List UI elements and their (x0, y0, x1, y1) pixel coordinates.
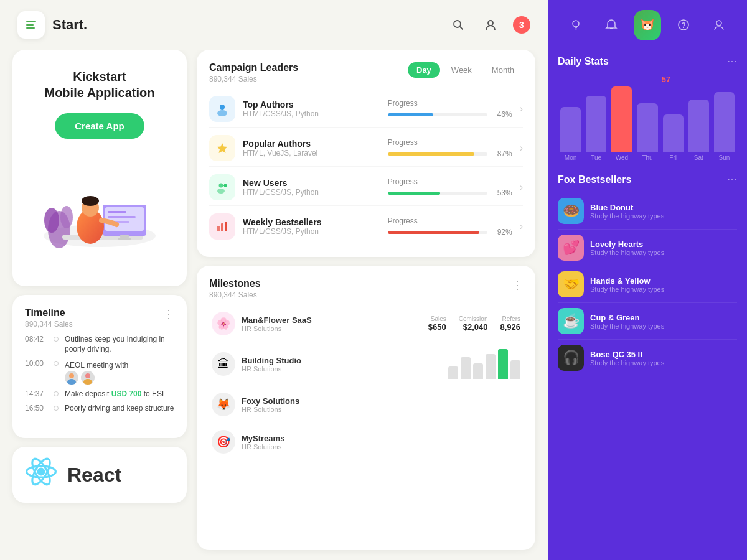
bestseller-item: 🎧 Bose QC 35 II Study the highway types (558, 340, 737, 376)
row-info: Popular Authors HTML, VueJS, Laravel (243, 139, 380, 157)
campaign-subtitle: 890,344 Sales (209, 75, 298, 83)
milestone-icon: 🎯 (212, 430, 235, 454)
timeline-title: Timeline (25, 307, 73, 319)
campaign-row: Weekly Bestsellers HTML/CSS/JS, Python P… (209, 208, 523, 245)
bar-chart: 57 Mon Tue Wed (558, 75, 737, 161)
bar-item-fri: Fri (663, 86, 684, 161)
tab-day[interactable]: Day (408, 62, 440, 78)
svg-point-6 (60, 206, 73, 228)
timeline-item: 10:00 AEOL meeting with (25, 359, 174, 385)
daily-stats-section: Daily Stats ⋯ 57 Mon Tue Wed (558, 55, 737, 161)
svg-point-5 (44, 208, 59, 233)
timeline-subtitle: 890,344 Sales (25, 320, 73, 329)
milestone-row: 🦊 Foxy Solutions HR Solutions (209, 388, 523, 421)
row-progress: Progress 87% (388, 138, 512, 158)
search-icon[interactable] (448, 15, 468, 35)
sidebar-icon-user[interactable] (707, 12, 731, 37)
fox-bestsellers-section: Fox Bestsellers ⋯ 🍩 Blue Donut Study the… (558, 174, 737, 376)
bestseller-info: Bose QC 35 II Study the highway types (590, 350, 737, 366)
svg-point-37 (573, 21, 579, 27)
campaign-row: New Users HTML/CSS/JS, Python Progress 5… (209, 169, 523, 206)
svg-point-19 (67, 379, 76, 385)
bar-item-tue: Tue (586, 86, 606, 161)
row-arrow-icon[interactable]: › (520, 221, 523, 232)
milestone-stat-refers: Refers 8,926 (500, 315, 520, 332)
react-label: React (67, 464, 121, 487)
row-arrow-icon[interactable]: › (520, 142, 523, 154)
campaign-row: Popular Authors HTML, VueJS, Laravel Pro… (209, 130, 523, 167)
daily-stats-menu[interactable]: ⋯ (727, 55, 737, 67)
create-app-button[interactable]: Create App (55, 113, 144, 139)
timeline-item: 08:42 Outlines keep you Indulging in poo… (25, 335, 174, 354)
svg-point-27 (217, 110, 227, 116)
fox-bestsellers-menu[interactable]: ⋯ (727, 174, 737, 185)
kickstart-card: Kickstart Mobile Application Create App (12, 50, 187, 286)
svg-rect-36 (225, 222, 227, 231)
bar-item-sun: Sun (714, 86, 735, 161)
sidebar-icon-notification[interactable] (599, 12, 624, 37)
tab-month[interactable]: Month (483, 62, 523, 78)
row-info: Top Authors HTML/CSS/JS, Python (243, 100, 380, 118)
bestseller-info: Lovely Hearts Study the highway types (590, 240, 737, 256)
sidebar-icon-bulb[interactable] (563, 12, 588, 37)
bestsellers-list: 🍩 Blue Donut Study the highway types 💕 L… (558, 193, 737, 376)
row-info: Weekly Bestsellers HTML/CSS/JS, Python (243, 217, 380, 236)
milestones-menu-icon[interactable]: ⋮ (512, 278, 523, 292)
row-arrow-icon[interactable]: › (520, 182, 523, 193)
svg-point-30 (217, 189, 225, 194)
content-area: Kickstart Mobile Application Create App (0, 50, 548, 560)
campaign-header: Campaign Leaders 890,344 Sales Day Week … (209, 62, 523, 83)
timeline-card: Timeline 890,344 Sales ⋮ 08:42 Outlines … (12, 295, 187, 438)
sidebar-icon-question[interactable]: ? (671, 12, 696, 37)
notification-badge[interactable]: 3 (513, 16, 530, 34)
left-column: Kickstart Mobile Application Create App (12, 50, 187, 550)
bestseller-info: Hands & Yellow Study the highway types (590, 276, 737, 293)
daily-stats-title: Daily Stats (558, 56, 609, 67)
bestseller-thumb: 🤝 (558, 271, 584, 297)
svg-rect-11 (108, 216, 136, 218)
illustration (28, 149, 171, 248)
campaign-rows: Top Authors HTML/CSS/JS, Python Progress… (209, 91, 523, 245)
row-info: New Users HTML/CSS/JS, Python (243, 178, 380, 197)
milestone-bars (448, 349, 520, 379)
svg-point-26 (220, 105, 225, 110)
row-icon-top-authors (209, 96, 235, 122)
timeline-dot (54, 361, 59, 366)
fox-bestsellers-header: Fox Bestsellers ⋯ (558, 174, 737, 185)
bestseller-thumb: 💕 (558, 235, 584, 261)
svg-point-17 (82, 196, 99, 206)
timeline-item: 16:50 Poorly driving and keep structure (25, 404, 174, 414)
milestone-icon: 🌸 (212, 312, 235, 335)
bestseller-info: Blue Donut Study the highway types (590, 203, 737, 220)
milestones-title: Milestones (209, 278, 261, 289)
timeline-dot (54, 391, 59, 396)
row-progress: Progress 46% (388, 99, 512, 119)
svg-line-1 (460, 27, 463, 30)
app-title: Start. (52, 17, 87, 33)
row-arrow-icon[interactable]: › (520, 103, 523, 114)
kickstart-title: Kickstart Mobile Application (44, 68, 154, 101)
campaign-title: Campaign Leaders (209, 62, 298, 73)
timeline-menu-icon[interactable]: ⋮ (163, 307, 174, 321)
right-column: Campaign Leaders 890,344 Sales Day Week … (197, 50, 535, 550)
milestones-card: Milestones 890,344 Sales ⋮ 🌸 Man&Flower … (197, 266, 535, 550)
sidebar-content: Daily Stats ⋯ 57 Mon Tue Wed (548, 45, 747, 560)
sidebar-icon-fox[interactable] (635, 12, 660, 37)
svg-marker-28 (217, 143, 228, 153)
timeline-items: 08:42 Outlines keep you Indulging in poo… (25, 335, 174, 414)
svg-rect-35 (221, 223, 223, 231)
timeline-item: 14:37 Make deposit USD 700 to ESL (25, 390, 174, 399)
milestone-row: 🎯 MyStreams HR Solutions (209, 425, 523, 459)
milestone-info: Man&Flower SaaS HR Solutions (242, 315, 422, 332)
react-card: React (12, 447, 187, 503)
svg-point-2 (488, 21, 493, 26)
svg-point-29 (219, 184, 223, 188)
milestone-info: Foxy Solutions HR Solutions (242, 396, 520, 413)
row-icon-new-users (209, 174, 235, 200)
milestone-row: 🏛 Building Studio HR Solutions (209, 344, 523, 384)
user-icon[interactable] (481, 15, 500, 35)
daily-stats-header: Daily Stats ⋯ (558, 55, 737, 67)
avatar (65, 371, 78, 385)
tab-week[interactable]: Week (443, 62, 481, 78)
milestone-icon: 🦊 (212, 393, 235, 416)
